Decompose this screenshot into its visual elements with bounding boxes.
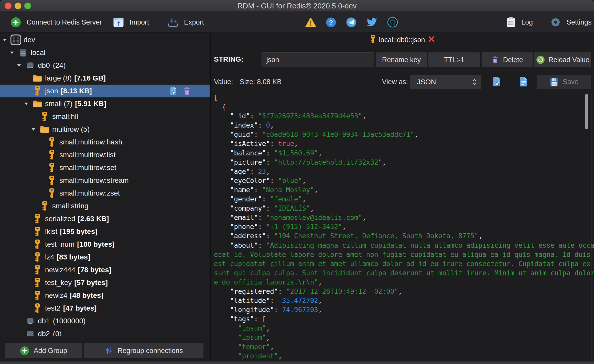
tree-item-label: small (7) bbox=[45, 100, 72, 108]
key-icon bbox=[46, 175, 57, 186]
tree-item-dev[interactable]: dev bbox=[0, 33, 210, 46]
log-clipboard-icon bbox=[506, 17, 516, 28]
tree-item-newlz444[interactable]: newlz444[78 bytes] bbox=[0, 264, 210, 276]
tree-item-label: newlz444 bbox=[45, 266, 75, 274]
tree-item-json[interactable]: json[8.13 KB] bbox=[0, 85, 210, 97]
tree-item-db2[interactable]: db2(0) bbox=[0, 327, 210, 336]
tree-item-size: [83 bytes] bbox=[57, 253, 90, 261]
twitter-button[interactable] bbox=[366, 12, 377, 32]
tree-item-multirow-5-[interactable]: multirow (5) bbox=[0, 123, 210, 136]
rename-key-button[interactable]: Rename key bbox=[376, 52, 427, 67]
tree-item-label: small:multirow:set bbox=[59, 164, 116, 172]
tree-item-test-num[interactable]: test_num[180 bytes] bbox=[0, 238, 210, 251]
scrollbar-track[interactable] bbox=[591, 93, 591, 361]
tree-item-label: db2 bbox=[38, 330, 50, 336]
help-button[interactable]: ? bbox=[326, 12, 336, 32]
tree-item-newlz4[interactable]: newlz4[48 bytes] bbox=[0, 289, 210, 302]
key-icon bbox=[370, 35, 376, 45]
svg-text:?: ? bbox=[329, 19, 333, 26]
connect-to-redis-server-button[interactable]: Connect to Redis Server bbox=[10, 12, 102, 32]
tree-item-count: (1000000) bbox=[53, 317, 86, 325]
log-button[interactable]: Log bbox=[506, 12, 533, 32]
tab-close-icon[interactable] bbox=[428, 36, 435, 44]
tree-item-size: [180 bytes] bbox=[77, 240, 114, 248]
expand-arrow-icon[interactable] bbox=[31, 128, 39, 131]
tree-item-small-multirow-set[interactable]: small:multirow:set bbox=[0, 161, 210, 174]
ttl-button[interactable]: TTL:-1 bbox=[428, 52, 480, 67]
tree-item-size: [57 bytes] bbox=[74, 279, 108, 287]
tab-bar: local::db0::json bbox=[211, 33, 594, 47]
tree-item-small-string[interactable]: small:string bbox=[0, 200, 210, 212]
tree-item-small-multirow-zset[interactable]: small:multirow:zset bbox=[0, 187, 210, 200]
tree-item-size: [7.16 GB] bbox=[74, 74, 106, 82]
tab-title[interactable]: local::db0::json bbox=[379, 36, 425, 44]
github-button[interactable] bbox=[387, 12, 398, 32]
expand-arrow-icon[interactable] bbox=[10, 51, 17, 54]
export-button[interactable]: Export bbox=[168, 12, 204, 32]
delete-key-icon[interactable] bbox=[182, 86, 191, 96]
view-as-select[interactable]: JSON bbox=[410, 75, 481, 89]
minimize-window-button[interactable] bbox=[15, 3, 21, 9]
expand-arrow-icon[interactable] bbox=[17, 64, 25, 67]
key-icon bbox=[32, 303, 43, 314]
tree-item-small-7-[interactable]: small (7)[5.91 KB] bbox=[0, 97, 210, 110]
tree-item-serialized[interactable]: serialized[2.63 KB] bbox=[0, 212, 210, 225]
expand-arrow-icon[interactable] bbox=[24, 102, 32, 105]
tree-item-lz4[interactable]: lz4[83 bytes] bbox=[0, 251, 210, 264]
code-line: "about": "Adipisicing magna cillum cupid… bbox=[214, 241, 594, 250]
telegram-button[interactable] bbox=[346, 12, 357, 32]
warning-button[interactable] bbox=[305, 12, 316, 32]
tree-item-label: small:multirow:list bbox=[59, 151, 115, 159]
key-icon bbox=[32, 265, 43, 275]
code-line: "registered": "2017-12-28T10:49:12 -02:0… bbox=[214, 287, 594, 296]
save-button[interactable]: Save bbox=[537, 75, 591, 89]
tree-item-size: [47 bytes] bbox=[63, 304, 97, 312]
tree-item-db0[interactable]: db0(24) bbox=[0, 59, 210, 72]
add-group-button[interactable]: Add Group bbox=[5, 343, 82, 358]
tree-item-small-multirow-stream[interactable]: small:multirow:stream bbox=[0, 174, 210, 187]
main-area: devlocaldb0(24)large (8)[7.16 GB]json[8.… bbox=[0, 33, 594, 361]
open-value-in-editor-button[interactable] bbox=[491, 76, 503, 87]
tree-item-test2[interactable]: test2[47 bytes] bbox=[0, 302, 210, 315]
tree-item-small-multirow-list[interactable]: small:multirow:list bbox=[0, 149, 210, 161]
connect-label: Connect to Redis Server bbox=[27, 18, 102, 26]
value-viewer[interactable]: [ { "_id": "5f7b26973c483ea3479d4e53", "… bbox=[211, 93, 594, 361]
toolbar-seam bbox=[210, 12, 210, 32]
key-icon bbox=[32, 226, 43, 237]
settings-button[interactable]: Settings bbox=[550, 12, 592, 32]
db-icon bbox=[25, 329, 36, 336]
tree-item-test-key[interactable]: test_key[57 bytes] bbox=[0, 276, 210, 289]
code-line: "phone": "+1 (915) 512-3452", bbox=[214, 222, 594, 231]
code-line: "eyeColor": "blue", bbox=[214, 176, 594, 185]
tree-item-label: small:multirow:zset bbox=[59, 189, 120, 197]
app-window: RDM - GUI for Redis® 2020.5.0-dev Connec… bbox=[0, 0, 594, 364]
regroup-connections-button[interactable]: Regroup connections bbox=[84, 343, 203, 358]
add-group-label: Add Group bbox=[34, 347, 67, 355]
open-key-in-editor-icon[interactable] bbox=[169, 86, 178, 96]
tree-item-small-multirow-hash[interactable]: small:multirow:hash bbox=[0, 136, 210, 149]
tree-item-size: [8.13 KB] bbox=[61, 87, 92, 95]
tree-item-label: lkist bbox=[45, 228, 57, 236]
close-window-button[interactable] bbox=[5, 3, 12, 9]
reload-value-button[interactable]: Reload Value bbox=[534, 52, 591, 67]
tree-item-label: small:multirow:stream bbox=[59, 176, 129, 185]
tree-item-small-hll[interactable]: small:hll bbox=[0, 110, 210, 123]
code-line: ecat id. Voluptate labore dolore amet no… bbox=[214, 250, 594, 259]
delete-key-button[interactable]: Delete bbox=[482, 52, 533, 67]
key-icon bbox=[32, 252, 43, 263]
tree-item-lkist[interactable]: lkist[195 bytes] bbox=[0, 225, 210, 238]
scrollbar-thumb[interactable] bbox=[585, 94, 588, 129]
key-icon bbox=[32, 213, 43, 224]
connection-tree: devlocaldb0(24)large (8)[7.16 GB]json[8.… bbox=[0, 33, 210, 336]
tree-item-large-8-[interactable]: large (8)[7.16 GB] bbox=[0, 72, 210, 85]
tree-item-local[interactable]: local bbox=[0, 46, 210, 59]
import-button[interactable]: Import bbox=[113, 12, 149, 32]
settings-label: Settings bbox=[567, 18, 592, 26]
tree-item-db1[interactable]: db1(1000000) bbox=[0, 315, 210, 327]
key-name-input[interactable] bbox=[262, 52, 374, 67]
expand-arrow-icon[interactable] bbox=[3, 38, 10, 41]
zoom-window-button[interactable] bbox=[24, 3, 31, 9]
sidebar-button-bar: Add Group Regroup connections bbox=[0, 343, 210, 358]
tree-item-size: [48 bytes] bbox=[70, 291, 103, 300]
view-as-text-button[interactable] bbox=[518, 76, 529, 87]
